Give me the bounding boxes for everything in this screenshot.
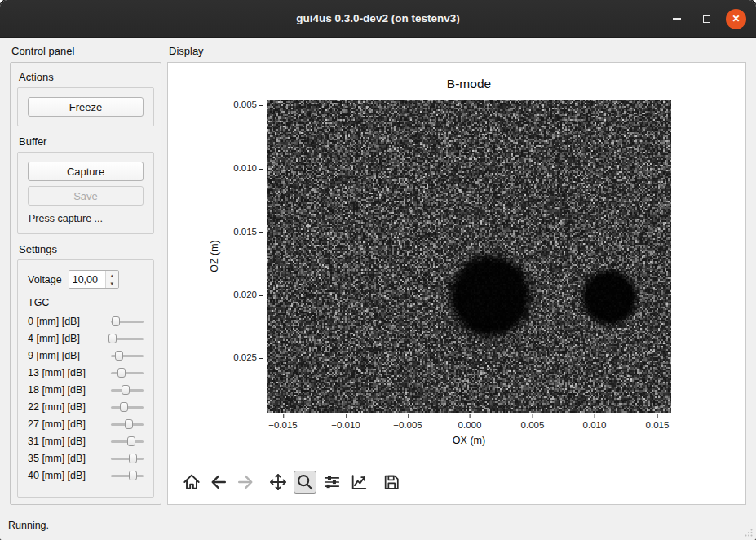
slider-handle[interactable]: [117, 368, 126, 378]
buffer-section-box: Capture Save Press capture ...: [17, 152, 154, 234]
slider-handle[interactable]: [122, 385, 130, 395]
customize-plot-button[interactable]: [347, 471, 370, 494]
buffer-section-label: Buffer: [19, 135, 154, 148]
slider-handle[interactable]: [120, 402, 128, 412]
back-button[interactable]: [207, 471, 230, 494]
voltage-input[interactable]: [69, 271, 105, 288]
slider-handle[interactable]: [125, 419, 133, 429]
close-button[interactable]: ✕: [726, 9, 746, 29]
y-tick-label: 0.005: [188, 100, 257, 112]
tgc-slider[interactable]: [111, 401, 144, 413]
settings-section-label: Settings: [19, 243, 154, 255]
actions-section-label: Actions: [19, 71, 154, 83]
y-tick-label: 0.020: [188, 290, 257, 302]
tgc-row: 22 [mm] [dB]: [26, 398, 145, 415]
minimize-button[interactable]: [667, 9, 687, 29]
subplots-button[interactable]: [321, 471, 343, 494]
display-panel-label: Display: [169, 45, 746, 58]
slider-handle[interactable]: [115, 351, 123, 361]
zoom-icon: [296, 473, 314, 491]
figure-title: B-mode: [267, 77, 671, 91]
tgc-row-label: 27 [mm] [dB]: [28, 418, 86, 430]
tgc-slider[interactable]: [111, 367, 144, 378]
tgc-row: 18 [mm] [dB]: [26, 381, 145, 398]
tgc-row: 31 [mm] [dB]: [26, 432, 145, 449]
tgc-row: 40 [mm] [dB]: [26, 467, 145, 484]
slider-groove: [111, 458, 144, 460]
tgc-row: 35 [mm] [dB]: [26, 449, 145, 467]
maximize-icon: [703, 15, 710, 23]
forward-button[interactable]: [234, 471, 257, 494]
pan-button[interactable]: [267, 471, 290, 494]
x-tick-label: 0.000: [458, 420, 482, 430]
slider-handle[interactable]: [129, 454, 137, 463]
app-window: gui4us 0.3.0-dev2 (on testenv3) ✕ Contro…: [0, 0, 756, 540]
save-figure-button[interactable]: [380, 471, 403, 494]
control-panel-label: Control panel: [11, 45, 161, 58]
y-tick-label: 0.015: [188, 227, 257, 239]
display-panel: B-mode 0.005 0.010 0.015 0.020 0.025 −0.…: [167, 62, 746, 505]
tgc-row-label: 40 [mm] [dB]: [28, 470, 86, 481]
voltage-spin-up-icon[interactable]: ▴: [106, 271, 118, 280]
slider-groove: [111, 475, 144, 477]
statusbar: Running.: [0, 514, 756, 540]
resize-grip[interactable]: [745, 529, 753, 537]
forward-arrow-icon: [237, 473, 254, 491]
tgc-slider[interactable]: [111, 384, 144, 396]
tgc-row-label: 0 [mm] [dB]: [28, 316, 80, 327]
slider-handle[interactable]: [127, 436, 135, 446]
window-title: gui4us 0.3.0-dev2 (on testenv3): [0, 12, 756, 24]
tgc-row-label: 35 [mm] [dB]: [28, 453, 86, 464]
titlebar[interactable]: gui4us 0.3.0-dev2 (on testenv3) ✕: [0, 0, 756, 38]
tgc-row: 4 [mm] [dB]: [26, 330, 145, 347]
y-axis-label: OZ (m): [209, 240, 220, 272]
x-tick-label: −0.015: [268, 420, 298, 430]
close-icon: ✕: [732, 14, 740, 24]
capture-button[interactable]: Capture: [28, 162, 144, 181]
tgc-row: 0 [mm] [dB]: [26, 312, 145, 330]
tgc-slider[interactable]: [111, 453, 144, 464]
save-button[interactable]: Save: [28, 186, 144, 206]
save-figure-icon: [382, 473, 400, 491]
y-tick-label: 0.025: [188, 352, 257, 365]
slider-groove: [111, 372, 144, 374]
bmode-image[interactable]: [267, 100, 671, 413]
home-icon: [183, 473, 201, 491]
zoom-button[interactable]: [294, 471, 316, 494]
tgc-slider[interactable]: [111, 316, 144, 327]
maximize-button[interactable]: [696, 9, 716, 29]
x-tick-label: 0.005: [521, 420, 545, 430]
home-button[interactable]: [180, 471, 203, 494]
tgc-row-label: 31 [mm] [dB]: [28, 436, 86, 447]
mpl-toolbar: [180, 471, 403, 494]
app-body: Control panel Actions Freeze Buffer Capt…: [0, 38, 756, 514]
x-tick-label: −0.005: [393, 420, 422, 430]
tgc-row-label: 22 [mm] [dB]: [28, 401, 86, 413]
tgc-label: TGC: [28, 297, 145, 308]
voltage-spin-down-icon[interactable]: ▾: [106, 280, 118, 289]
tgc-row-label: 13 [mm] [dB]: [28, 367, 86, 378]
status-text: Running.: [8, 520, 49, 531]
x-axis-label: OX (m): [267, 435, 671, 446]
slider-handle[interactable]: [112, 316, 120, 326]
customize-plot-icon: [350, 473, 368, 491]
slider-handle[interactable]: [108, 334, 117, 343]
control-panel-column: Control panel Actions Freeze Buffer Capt…: [10, 38, 161, 514]
tgc-slider[interactable]: [111, 470, 144, 481]
slider-handle[interactable]: [129, 471, 137, 480]
tgc-slider[interactable]: [111, 436, 144, 447]
buffer-hint-text: Press capture ...: [29, 213, 144, 224]
voltage-spinbox: ▴ ▾: [69, 270, 119, 289]
pan-icon: [269, 473, 287, 491]
tgc-row: 27 [mm] [dB]: [26, 415, 145, 432]
x-tick-label: 0.015: [646, 420, 670, 430]
voltage-spin-buttons: ▴ ▾: [105, 271, 118, 288]
tgc-slider[interactable]: [111, 333, 144, 344]
x-tick-label: 0.010: [583, 420, 607, 430]
tgc-row: 9 [mm] [dB]: [26, 347, 145, 364]
freeze-button[interactable]: Freeze: [28, 97, 144, 117]
tgc-slider[interactable]: [111, 418, 144, 430]
subplots-icon: [323, 473, 341, 491]
tgc-slider[interactable]: [111, 350, 144, 361]
control-panel: Actions Freeze Buffer Capture Save Press…: [10, 62, 161, 505]
